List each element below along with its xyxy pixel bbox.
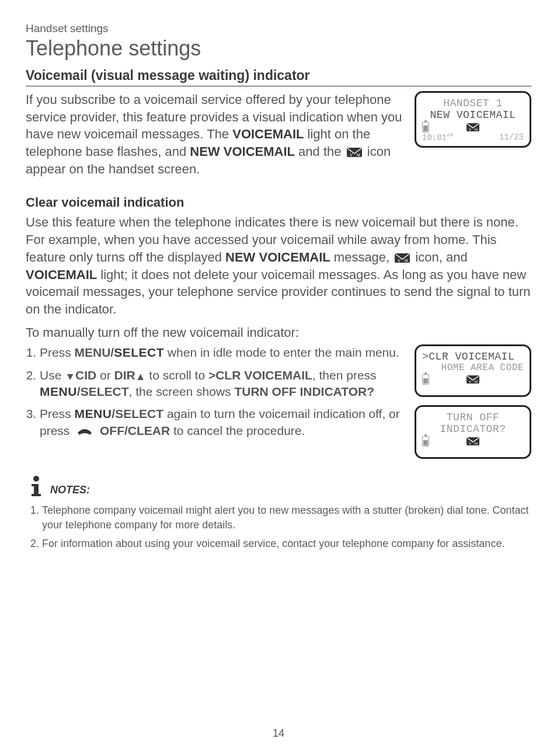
- lcd-line-2: INDICATOR?: [420, 423, 526, 435]
- svg-text:V: V: [469, 442, 471, 445]
- envelope-icon: VM: [394, 253, 410, 263]
- note-1: Telephone company voicemail might alert …: [42, 503, 531, 532]
- battery-icon: [422, 122, 429, 133]
- battery-icon: [422, 436, 429, 447]
- svg-text:V: V: [469, 128, 471, 131]
- envelope-icon: VM: [346, 147, 363, 158]
- down-triangle-icon: ▼: [65, 370, 75, 384]
- lcd-date: 11/23: [499, 133, 524, 142]
- page-number: 14: [0, 727, 557, 740]
- note-2: For information about using your voicema…: [42, 536, 531, 551]
- envelope-icon: VM: [466, 437, 480, 446]
- manual-turn-off-intro: To manually turn off the new voicemail i…: [26, 324, 531, 342]
- text: icon, and: [412, 250, 467, 264]
- text: light; it does not delete your voicemail…: [26, 267, 531, 316]
- svg-text:V: V: [398, 259, 401, 263]
- up-triangle-icon: ▲: [135, 370, 146, 384]
- lcd-line-1: TURN OFF: [420, 412, 526, 423]
- text-bold: VOICEMAIL: [26, 267, 97, 282]
- step-3: Press MENU/SELECT again to turn the voic…: [40, 406, 404, 439]
- text: and the: [295, 144, 345, 159]
- hangup-phone-icon: [75, 427, 94, 436]
- step-1: Press MENU/SELECT when in idle mode to e…: [40, 344, 404, 361]
- info-icon: [26, 475, 47, 497]
- envelope-icon: VM: [466, 123, 480, 132]
- svg-text:V: V: [350, 153, 353, 157]
- svg-text:V: V: [469, 380, 471, 384]
- lcd-screen-clr-voicemail: >CLR VOICEMAIL HOME AREA CODE VM: [415, 344, 531, 397]
- text-bold: NEW VOICEMAIL: [190, 144, 295, 159]
- svg-point-15: [33, 476, 39, 482]
- svg-text:M: M: [357, 153, 360, 157]
- text-bold: NEW VOICEMAIL: [225, 250, 330, 264]
- lcd-line-2: NEW VOICEMAIL: [420, 109, 526, 121]
- breadcrumb: Handset settings: [26, 22, 531, 35]
- svg-text:M: M: [475, 442, 478, 445]
- lcd-line-1: HANDSET 1: [420, 97, 526, 109]
- lcd-line-2: HOME AREA CODE: [420, 363, 526, 373]
- clear-voicemail-paragraph: Use this feature when the telephone indi…: [26, 214, 531, 318]
- lcd-screen-turn-off: TURN OFF INDICATOR? VM: [415, 405, 531, 459]
- text-bold: VOICEMAIL: [232, 127, 304, 141]
- notes-label: NOTES:: [50, 484, 90, 497]
- page-title: Telephone settings: [26, 36, 531, 61]
- lcd-line-1: >CLR VOICEMAIL: [420, 351, 526, 363]
- lcd-time: 10:01AM: [422, 133, 453, 142]
- lcd-screen-handset: HANDSET 1 NEW VOICEMAIL VM 10:01AM 11/23: [415, 91, 531, 148]
- voicemail-indicator-paragraph: If you subscribe to a voicemail service …: [26, 91, 404, 177]
- notes-list: Telephone company voicemail might alert …: [26, 503, 531, 551]
- envelope-icon: VM: [466, 375, 480, 384]
- notes-header: NOTES:: [26, 475, 531, 497]
- svg-text:M: M: [475, 128, 478, 131]
- section-clear-voicemail-heading: Clear voicemail indication: [26, 195, 531, 210]
- battery-icon: [422, 374, 429, 385]
- svg-text:M: M: [475, 380, 478, 384]
- step-2: Use ▼CID or DIR▲ to scroll to >CLR VOICE…: [40, 367, 404, 400]
- steps-list: Press MENU/SELECT when in idle mode to e…: [26, 344, 404, 439]
- svg-text:M: M: [405, 259, 408, 263]
- text: message,: [330, 250, 394, 264]
- section-voicemail-indicator-heading: Voicemail (visual message waiting) indic…: [26, 68, 531, 86]
